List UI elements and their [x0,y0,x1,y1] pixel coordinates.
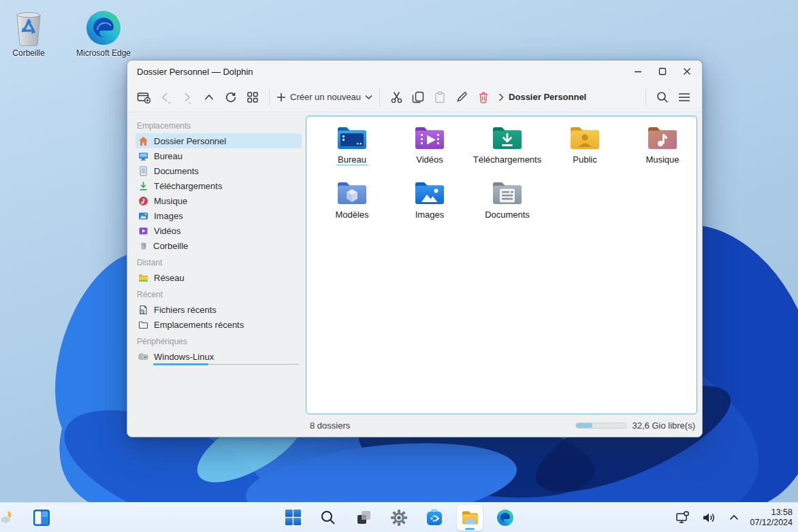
back-icon[interactable] [155,86,176,108]
folder-view[interactable]: Bureau Vidéos [306,116,697,414]
sidebar-item-pictures[interactable]: Images [135,208,302,223]
refresh-icon[interactable] [220,86,242,108]
chevron-down-icon [365,95,372,100]
sidebar-item-music[interactable]: Musique [135,193,302,208]
home-icon [138,136,148,146]
chevron-right-icon [498,93,504,101]
start-button[interactable] [280,505,306,531]
breadcrumb[interactable]: Dossier Personnel [498,92,586,102]
widgets-button[interactable] [29,505,54,531]
close-button[interactable] [675,61,699,82]
window-title: Dossier Personnel — Dolphin [127,67,626,77]
toolbar: Créer un nouveau [127,82,702,112]
create-new-button[interactable]: Créer un nouveau [275,86,374,108]
weather-widget-button[interactable] [1,505,22,531]
toolbar-separator [379,88,380,106]
sidebar-item-network[interactable]: Réseau [135,270,302,285]
folder-item-pictures[interactable]: Images [391,180,468,235]
section-header: Distant [137,258,302,267]
forward-icon[interactable] [176,86,198,108]
breadcrumb-label: Dossier Personnel [509,92,586,102]
task-view-button[interactable] [351,505,377,531]
sidebar-item-trash[interactable]: Corbeille [135,238,302,253]
taskbar: 13:58 07/12/2024 [0,502,798,532]
sidebar-item-documents[interactable]: Documents [135,163,302,178]
sidebar-item-windows-linux[interactable]: Windows-Linux [135,349,302,364]
search-icon[interactable] [652,86,673,108]
section-header: Périphériques [137,337,302,346]
document-icon [138,166,148,176]
sidebar-item-videos[interactable]: Vidéos [135,223,302,238]
free-space: 32,6 Gio libre(s) [633,420,695,431]
maximize-button[interactable] [650,61,675,82]
cut-icon[interactable] [385,86,407,108]
recent-files-icon [138,305,148,315]
toolbar-separator [645,88,646,106]
folder-public-icon [569,124,601,152]
network-tray-icon[interactable] [673,505,692,531]
desktop-icon [138,151,148,161]
folder-pictures-icon [413,180,446,207]
section-header: Emplacements [137,121,302,131]
capacity-bar [575,422,627,429]
edge-icon [496,509,514,527]
hard-drive-icon [138,352,148,362]
clock-time: 13:58 [750,508,793,518]
folder-videos-icon [413,124,446,152]
taskbar-search-button[interactable] [315,505,341,531]
desktop: Corbeille Microsoft Edge Doss [0,0,798,532]
places-panel: Emplacements Dossier Personnel Bureau Do… [127,112,306,414]
sidebar-item-downloads[interactable]: Téléchargements [135,178,302,193]
delete-icon[interactable] [473,86,494,108]
menu-icon[interactable] [673,86,695,108]
folder-templates-icon [336,180,368,207]
recycle-bin-icon [0,7,57,46]
new-window-icon[interactable] [133,86,155,108]
minimize-button[interactable] [626,61,650,82]
folder-item-music[interactable]: Musique [624,124,697,180]
sidebar-item-desktop[interactable]: Bureau [135,148,302,163]
download-icon [138,181,148,191]
clock-date: 07/12/2024 [750,518,793,528]
video-icon [138,226,148,236]
edge-button[interactable] [492,505,518,531]
copy-icon[interactable] [407,86,429,108]
taskbar-clock[interactable]: 13:58 07/12/2024 [750,508,793,528]
volume-tray-icon[interactable] [699,505,718,531]
folder-item-bureau[interactable]: Bureau [313,124,391,180]
folder-item-public[interactable]: Public [546,124,624,180]
folder-desktop-icon [336,124,368,152]
sidebar-item-recent-places[interactable]: Emplacements récents [135,317,302,332]
folder-item-templates[interactable]: Modèles [313,180,391,235]
weather-icon [1,508,22,527]
trash-icon [140,242,148,250]
folder-item-videos[interactable]: Vidéos [391,124,468,180]
windows-logo-icon [285,509,302,526]
folder-music-icon [646,124,679,152]
rename-icon[interactable] [451,86,473,108]
file-explorer-icon [461,508,479,527]
folder-item-downloads[interactable]: Téléchargements [468,124,546,180]
image-icon [138,211,148,221]
paste-icon[interactable] [429,86,451,108]
recent-places-icon [138,320,148,330]
up-icon[interactable] [198,86,220,108]
desktop-icon-recycle-bin[interactable]: Corbeille [0,7,57,58]
device-usage-bar [153,363,299,365]
titlebar[interactable]: Dossier Personnel — Dolphin [127,61,702,82]
sidebar-item-recent-files[interactable]: Fichiers récents [135,302,302,317]
desktop-icon-label: Corbeille [0,48,57,58]
settings-button[interactable] [386,505,412,531]
task-view-icon [355,509,372,526]
file-explorer-button[interactable] [457,505,483,531]
store-button[interactable] [421,505,447,531]
desktop-icon-edge[interactable]: Microsoft Edge [75,7,132,58]
folder-item-documents[interactable]: Documents [468,180,546,235]
sidebar-item-home[interactable]: Dossier Personnel [135,133,302,148]
view-grid-icon[interactable] [242,86,264,108]
edge-icon [75,7,132,46]
store-icon [426,509,443,527]
plus-icon [276,93,286,102]
create-new-label: Créer un nouveau [290,92,361,102]
tray-expand-chevron-icon[interactable] [725,505,743,531]
